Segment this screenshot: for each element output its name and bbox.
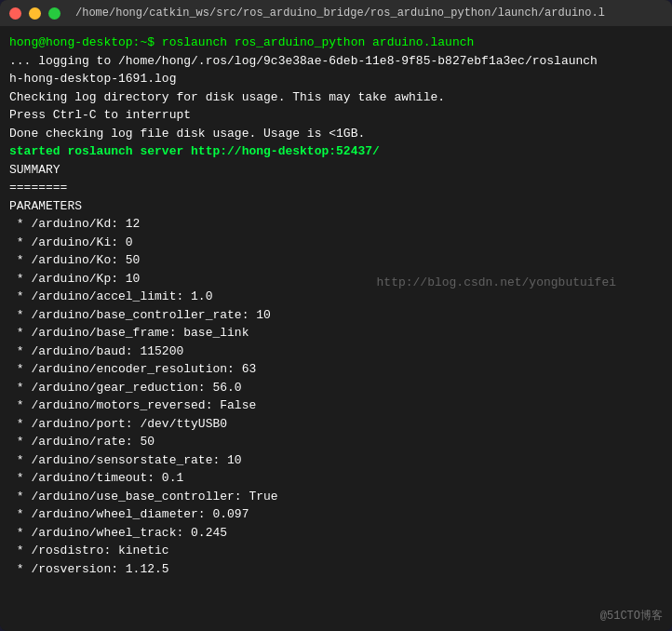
terminal-line: * /arduino/wheel_track: 0.245 — [9, 524, 663, 543]
terminal-line: * /rosdistro: kinetic — [9, 542, 663, 560]
terminal-line: * /arduino/Ko: 50 — [9, 251, 663, 270]
corner-badge: @51CTO博客 — [600, 608, 663, 624]
terminal-line: * /arduino/port: /dev/ttyUSB0 — [9, 415, 663, 434]
terminal-window: /home/hong/catkin_ws/src/ros_arduino_bri… — [0, 0, 672, 631]
terminal-output: hong@hong-desktop:~$ roslaunch ros_ardui… — [9, 34, 663, 578]
close-button[interactable] — [9, 7, 21, 20]
terminal-line: * /arduino/Kd: 12 — [9, 215, 663, 234]
terminal-body[interactable]: hong@hong-desktop:~$ roslaunch ros_ardui… — [0, 26, 672, 631]
terminal-line: * /arduino/base_frame: base_link — [9, 324, 663, 342]
terminal-line: Done checking log file disk usage. Usage… — [9, 125, 663, 143]
terminal-line: ======== — [9, 179, 663, 197]
terminal-line: * /arduino/rate: 50 — [9, 433, 663, 451]
terminal-line: * /arduino/encoder_resolution: 63 — [9, 360, 663, 379]
terminal-line: * /arduino/Ki: 0 — [9, 234, 663, 252]
terminal-line: * /rosversion: 1.12.5 — [9, 560, 663, 579]
watermark-text: http://blog.csdn.net/yongbutuifei — [377, 275, 616, 289]
titlebar: /home/hong/catkin_ws/src/ros_arduino_bri… — [0, 0, 672, 26]
terminal-line: started roslaunch server http://hong-des… — [9, 142, 663, 161]
terminal-line: * /arduino/baud: 115200 — [9, 342, 663, 361]
terminal-line: SUMMARY — [9, 161, 663, 180]
maximize-button[interactable] — [48, 7, 60, 20]
terminal-line: hong@hong-desktop:~$ roslaunch ros_ardui… — [9, 34, 663, 52]
terminal-line: * /arduino/timeout: 0.1 — [9, 469, 663, 488]
terminal-line: PARAMETERS — [9, 197, 663, 216]
terminal-line: * /arduino/motors_reversed: False — [9, 396, 663, 415]
terminal-line: Checking log directory for disk usage. T… — [9, 88, 663, 107]
terminal-line: * /arduino/gear_reduction: 56.0 — [9, 379, 663, 397]
terminal-line: * /arduino/base_controller_rate: 10 — [9, 306, 663, 325]
minimize-button[interactable] — [29, 7, 41, 20]
terminal-line: h-hong-desktop-1691.log — [9, 70, 663, 88]
terminal-line: * /arduino/sensorstate_rate: 10 — [9, 451, 663, 470]
terminal-line: Press Ctrl-C to interrupt — [9, 106, 663, 125]
terminal-line: * /arduino/wheel_diameter: 0.097 — [9, 505, 663, 524]
terminal-line: ... logging to /home/hong/.ros/log/9c3e3… — [9, 52, 663, 71]
terminal-line: * /arduino/use_base_controller: True — [9, 488, 663, 506]
window-title: /home/hong/catkin_ws/src/ros_arduino_bri… — [75, 7, 605, 20]
terminal-line: * /arduino/accel_limit: 1.0 — [9, 288, 663, 306]
